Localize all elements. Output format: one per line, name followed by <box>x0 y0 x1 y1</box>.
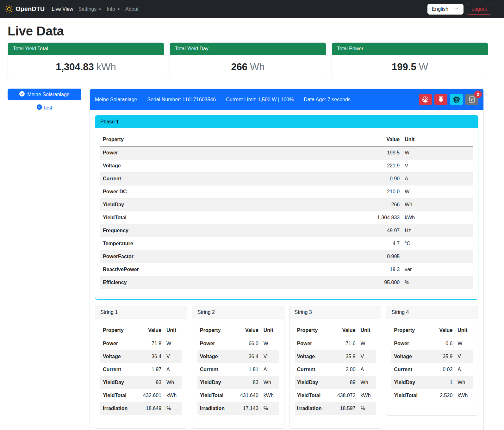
property-cell: PowerFactor <box>100 250 350 263</box>
property-cell: Power DC <box>100 185 350 198</box>
card-value: 199.5 <box>392 61 416 72</box>
table-row: Efficiency95.000% <box>100 276 473 289</box>
value-cell: 266 <box>350 198 402 211</box>
phase-panel-title: Phase 1 <box>95 115 478 128</box>
table-row: PowerFactor0.995 <box>100 250 473 263</box>
brand[interactable]: OpenDTU <box>5 5 45 13</box>
table-row: Current2.00A <box>295 363 376 376</box>
inverter-data-age: Data Age: 7 seconds <box>304 96 351 103</box>
logout-button[interactable]: Logout <box>467 4 491 15</box>
table-row: Power0.6W <box>391 337 473 350</box>
table-row: Voltage36.4V <box>100 350 182 363</box>
unit-cell: kWh <box>358 389 376 402</box>
nav-item-settings[interactable]: Settings <box>78 6 102 12</box>
string-1-card: String 1 Property Value Unit <box>95 306 187 429</box>
table-row: YieldTotal1,304.833kWh <box>100 211 473 224</box>
nav-item-live-view[interactable]: Live View <box>52 6 73 12</box>
value-cell: 1.97 <box>137 363 164 376</box>
phase-table: Property Value Unit Power199.5WVoltage22… <box>100 133 473 289</box>
language-select[interactable]: English <box>427 4 464 15</box>
property-cell: YieldTotal <box>391 389 428 402</box>
event-log-button[interactable]: 2 <box>465 94 478 105</box>
table-row: YieldDay93Wh <box>100 376 182 389</box>
total-yield-day-card: Total Yield Day 266Wh <box>170 42 326 80</box>
unit-cell: Wh <box>164 376 182 389</box>
page-title: Live Data <box>8 24 488 38</box>
inverter-card-header: Meine Solaranlage Serial Number: 1161716… <box>90 89 483 110</box>
card-value: 266 <box>231 61 247 72</box>
nav-links: Live View Settings Info About <box>52 6 139 12</box>
strings-row: String 1 Property Value Unit <box>95 306 478 429</box>
brand-label: OpenDTU <box>16 5 45 13</box>
string-table: Property Value Unit Power66.0WVoltage36.… <box>197 324 279 415</box>
unit-cell: V <box>358 350 376 363</box>
card-value: 1,304.83 <box>56 61 94 72</box>
card-unit: Wh <box>250 61 265 72</box>
table-row: Power DC210.0W <box>100 185 473 198</box>
value-cell: 1.81 <box>234 363 261 376</box>
table-row: YieldTotal431.640kWh <box>197 389 279 402</box>
property-cell: Power <box>295 337 331 350</box>
string-card-body: Property Value Unit Power66.0WVoltage36.… <box>192 319 284 428</box>
nav-item-info[interactable]: Info <box>107 6 120 12</box>
unit-cell: W <box>261 337 279 350</box>
property-cell: Power <box>197 337 234 350</box>
property-cell: YieldDay <box>197 376 234 389</box>
property-cell: Current <box>197 363 234 376</box>
column-header-property: Property <box>100 133 350 146</box>
table-row: Irradiation17.143% <box>197 402 279 415</box>
inverter-button-selected[interactable]: Meine Solaranlage <box>8 89 81 100</box>
inverter-action-buttons: 2 <box>419 94 478 105</box>
value-cell: 95.000 <box>350 276 402 289</box>
card-unit: kWh <box>96 61 116 72</box>
chevron-down-icon <box>455 6 459 12</box>
table-row: Current0.02A <box>391 363 473 376</box>
column-header-unit: Unit <box>164 324 182 337</box>
property-cell: Current <box>100 172 350 185</box>
property-cell: YieldDay <box>391 376 428 389</box>
inverter-button-test[interactable]: test <box>8 104 81 111</box>
unit-cell: V <box>402 159 473 172</box>
dropdown-caret-icon <box>117 9 120 10</box>
table-row: YieldDay266Wh <box>100 198 473 211</box>
limit-settings-button[interactable] <box>419 94 432 105</box>
string-table: Property Value Unit Power0.6WVoltage35.9… <box>391 324 473 402</box>
unit-cell: °C <box>402 237 473 250</box>
power-settings-button[interactable] <box>434 94 447 105</box>
card-body: 1,304.83kWh <box>8 55 164 80</box>
card-header: Total Yield Total <box>8 43 164 55</box>
column-header-value: Value <box>331 324 358 337</box>
string-card-body: Property Value Unit Power71.8WVoltage36.… <box>95 319 187 428</box>
value-cell: 83 <box>234 376 261 389</box>
column-header-property: Property <box>197 324 234 337</box>
unit-cell: W <box>358 337 376 350</box>
device-info-button[interactable] <box>450 94 463 105</box>
cpu-icon <box>453 97 460 103</box>
value-cell: 4.7 <box>350 237 402 250</box>
value-cell: 2.00 <box>331 363 358 376</box>
nav-item-label: Live View <box>52 6 73 12</box>
property-cell: ReactivePower <box>100 263 350 276</box>
table-row: YieldDay83Wh <box>197 376 279 389</box>
value-cell: 36.4 <box>137 350 164 363</box>
string-table: Property Value Unit Power71.6WVoltage35.… <box>295 324 376 415</box>
value-cell: 89 <box>331 376 358 389</box>
column-header-property: Property <box>295 324 331 337</box>
nav-item-about[interactable]: About <box>125 6 139 12</box>
sun-icon <box>5 5 13 13</box>
property-cell: YieldTotal <box>197 389 234 402</box>
property-cell: Voltage <box>100 159 350 172</box>
property-cell: YieldTotal <box>295 389 331 402</box>
property-cell: Power <box>391 337 428 350</box>
total-yield-total-card: Total Yield Total 1,304.83kWh <box>8 42 164 80</box>
unit-cell: W <box>455 337 473 350</box>
table-row: ReactivePower19.3var <box>100 263 473 276</box>
language-select-value: English <box>432 6 448 12</box>
property-cell: Frequency <box>100 224 350 237</box>
total-power-card: Total Power 199.5W <box>332 42 488 80</box>
string-3-card: String 3 Property Value Unit <box>289 306 382 429</box>
unit-cell: kWh <box>402 211 473 224</box>
value-cell: 18.597 <box>331 402 358 415</box>
dropdown-caret-icon <box>98 9 102 10</box>
value-cell: 199.5 <box>350 146 402 159</box>
